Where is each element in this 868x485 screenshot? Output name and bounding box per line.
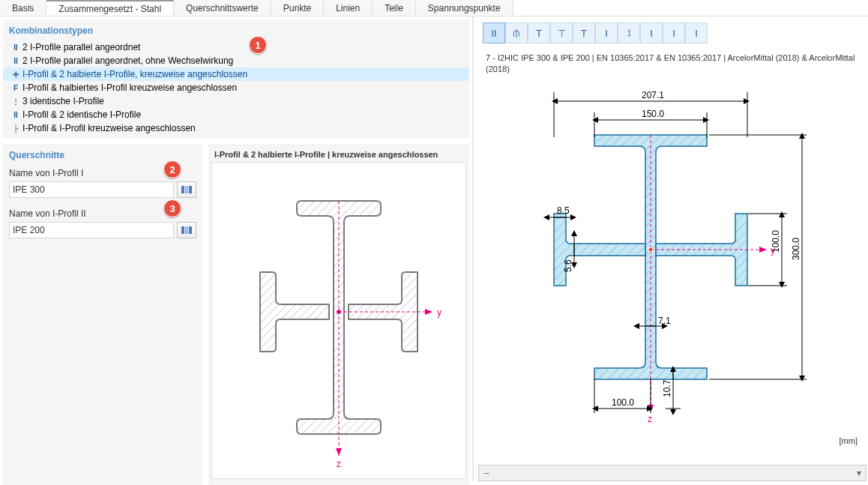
combination-item-label: I-Profil & halbiertes I-Profil kreuzweis…: [22, 82, 237, 93]
combination-item-icon: II: [9, 43, 22, 52]
view-toolbutton-8[interactable]: I: [663, 22, 685, 43]
axis-z-label: z: [337, 459, 341, 467]
combination-item-0[interactable]: II2 I-Profile parallel angeordnet: [3, 40, 469, 54]
preview-canvas: y z: [211, 162, 466, 479]
svg-marker-18: [759, 247, 767, 253]
combination-item-label: 3 identische I-Profile: [22, 96, 104, 106]
cross-sections-panel: 2 3 Querschnitte Name von I-Profil I Nam…: [3, 144, 202, 485]
profile1-input[interactable]: [9, 181, 174, 198]
svg-point-12: [337, 309, 342, 314]
view-toolbutton-5[interactable]: I: [595, 22, 618, 43]
chevron-down-icon: ▾: [857, 468, 861, 478]
combination-item-icon: ├: [9, 124, 22, 133]
tab-spannungspunkte[interactable]: Spannungspunkte: [416, 0, 513, 16]
view-toolbutton-2[interactable]: T: [528, 22, 550, 43]
svg-rect-3: [181, 226, 184, 234]
preview-panel: I-Profil & 2 halbierte I-Profile | kreuz…: [208, 144, 469, 485]
view-toolbutton-9[interactable]: I: [685, 22, 708, 43]
combination-item-icon: ⋮: [9, 97, 22, 106]
svg-text:207.1: 207.1: [642, 90, 664, 100]
view-toolbutton-4[interactable]: T: [573, 22, 595, 43]
unit-label: [mm]: [840, 436, 858, 445]
svg-point-19: [648, 247, 653, 252]
combination-item-icon: II: [9, 57, 22, 65]
combination-item-label: I-Profil & 2 halbierte I-Profile, kreuzw…: [22, 69, 247, 79]
combination-item-icon: II: [9, 111, 22, 119]
svg-text:300.0: 300.0: [791, 237, 801, 259]
step-badge-2: 2: [163, 160, 181, 178]
combination-types-panel: Kombinationstypen 1 II2 I-Profile parall…: [3, 19, 469, 138]
svg-text:10.7: 10.7: [662, 379, 672, 397]
tab-querschnittswerte[interactable]: Querschnittswerte: [174, 0, 271, 16]
combination-list: 1 II2 I-Profile parallel angeordnetII2 I…: [3, 40, 469, 135]
view-toolbutton-0[interactable]: II: [483, 22, 505, 43]
svg-text:150.0: 150.0: [642, 109, 664, 119]
combination-item-label: 2 I-Profile parallel angeordnet, ohne We…: [22, 55, 233, 66]
step-badge-3: 3: [163, 199, 181, 217]
svg-rect-5: [189, 226, 192, 234]
svg-rect-2: [189, 186, 192, 193]
preview-title: I-Profil & 2 halbierte I-Profile | kreuz…: [208, 147, 469, 162]
combination-item-4[interactable]: ⋮3 identische I-Profile: [3, 94, 469, 108]
svg-rect-4: [185, 226, 188, 234]
step-badge-1: 1: [249, 36, 267, 54]
combination-types-title: Kombinationstypen: [3, 22, 469, 40]
profile2-library-button[interactable]: [177, 222, 196, 238]
svg-text:7.1: 7.1: [658, 316, 671, 326]
tab-punkte[interactable]: Punkte: [271, 0, 324, 16]
axis-y-label: y: [437, 307, 441, 318]
combination-item-3[interactable]: FI-Profil & halbiertes I-Profil kreuzwei…: [3, 81, 469, 94]
svg-marker-9: [336, 448, 342, 456]
svg-text:100.0: 100.0: [771, 229, 781, 252]
combination-item-2[interactable]: ✛I-Profil & 2 halbierte I-Profile, kreuz…: [3, 67, 469, 81]
combination-item-5[interactable]: III-Profil & 2 identische I-Profile: [3, 108, 469, 121]
profile1-library-button[interactable]: [177, 181, 196, 198]
svg-text:5.6: 5.6: [563, 259, 573, 272]
combination-item-6[interactable]: ├I-Profil & I-Profil kreuzweise angeschl…: [3, 121, 469, 135]
main-tabs: BasisZusammengesetzt - StahlQuerschnitts…: [0, 0, 868, 16]
svg-rect-1: [185, 186, 188, 193]
svg-text:8.5: 8.5: [557, 205, 570, 216]
svg-text:100.0: 100.0: [612, 397, 634, 408]
tab-teile[interactable]: Teile: [373, 0, 416, 16]
combination-item-label: 2 I-Profile parallel angeordnet: [22, 42, 140, 52]
combination-item-label: I-Profil & I-Profil kreuzweise angeschlo…: [22, 123, 196, 133]
combination-item-icon: ✛: [9, 70, 22, 79]
svg-text:z: z: [648, 414, 652, 424]
combination-item-1[interactable]: II2 I-Profile parallel angeordnet, ohne …: [3, 54, 469, 67]
tab-basis[interactable]: Basis: [0, 0, 46, 16]
view-toolbutton-1[interactable]: ⫛: [505, 22, 528, 43]
tab-linien[interactable]: Linien: [324, 0, 373, 16]
section-description: 7 - I2HIC IPE 300 & IPE 200 | EN 10365:2…: [478, 45, 868, 79]
view-toolbutton-7[interactable]: I: [640, 22, 663, 43]
svg-marker-11: [425, 309, 433, 315]
view-toolbutton-3[interactable]: ⊤: [550, 22, 573, 43]
section-dimension-view: y z: [478, 79, 868, 463]
view-toolbutton-6[interactable]: ⟟: [618, 22, 640, 43]
tab-zusammengesetzt-stahl[interactable]: Zusammengesetzt - Stahl: [46, 0, 174, 16]
result-dropdown[interactable]: -- ▾: [478, 465, 867, 481]
section-type-toolbar: II⫛T⊤TI⟟III: [483, 22, 868, 45]
combination-item-label: I-Profil & 2 identische I-Profile: [22, 109, 141, 120]
profile2-input[interactable]: [9, 222, 174, 238]
combination-item-icon: F: [9, 84, 22, 92]
svg-rect-0: [181, 186, 184, 193]
